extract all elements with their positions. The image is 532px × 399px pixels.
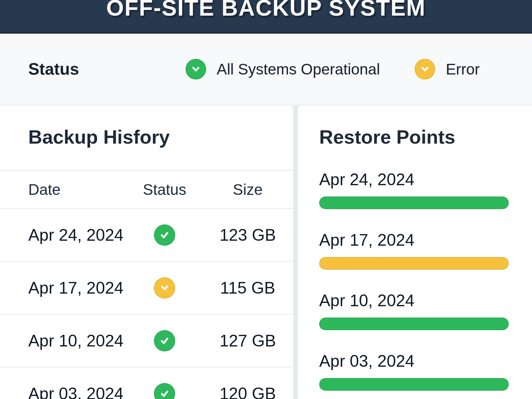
backup-status-cell [138,277,191,299]
restore-point-item[interactable]: Apr 17, 2024 [319,230,532,270]
table-row: Apr 10, 2024127 GB [0,314,293,367]
column-header-size: Size [191,181,304,199]
restore-point-item[interactable]: Apr 03, 2024 [319,351,532,391]
backup-history-title: Backup Hisfory [28,125,293,149]
backup-history-panel: Backup Hisfory Date Status Size Apr 24, … [0,105,293,399]
backup-size: 127 GB [191,331,304,350]
operational-status-text: All Systems Operational [217,60,380,78]
restore-points-panel: Restore Points Apr 24, 2024Apr 17, 2024A… [298,105,532,399]
restore-point-bar [319,197,509,209]
main-content: Backup Hisfory Date Status Size Apr 24, … [0,105,532,399]
backup-size: 115 GB [191,278,304,298]
restore-point-item[interactable]: Apr 24, 2024 [319,170,532,209]
restore-point-date: Apr 17, 2024 [319,230,532,250]
success-check-icon [154,224,175,246]
app-root: OFF-SITE BACKUP SYSTEM Status All System… [0,0,532,399]
table-row: Apr 24, 2024123 GB [0,208,293,261]
error-status-text: Error [446,60,480,78]
restore-point-date: Apr 10, 2024 [319,291,532,310]
restore-point-item[interactable]: Apr 10, 2024 [319,291,532,330]
warning-chevron-icon [154,277,175,299]
backup-date: Apr 10, 2024 [0,331,138,350]
app-title: OFF-SITE BACKUP SYSTEM [106,0,426,33]
restore-point-bar [319,257,509,270]
success-check-icon [154,383,175,399]
table-row: Apr 17, 2024115 GB [0,261,293,314]
status-item-operational: All Systems Operational [186,59,380,79]
column-header-date: Date [0,181,138,199]
restore-point-bar [319,318,509,330]
backup-status-cell [138,330,191,351]
success-check-icon [154,330,175,351]
backup-size: 120 GB [191,384,304,399]
backup-status-cell [138,383,191,399]
table-body: Apr 24, 2024123 GBApr 17, 2024115 GBApr … [0,208,293,399]
app-header: OFF-SITE BACKUP SYSTEM [0,0,532,34]
operational-status-icon [186,59,206,79]
error-status-icon [415,59,435,79]
backup-date: Apr 17, 2024 [0,278,138,298]
backup-size: 123 GB [191,225,304,245]
restore-point-date: Apr 24, 2024 [319,170,532,189]
table-row: Apr 03, 2024120 GB [0,367,293,399]
column-header-status: Status [138,181,191,199]
backup-status-cell [138,224,191,246]
restore-point-date: Apr 03, 2024 [319,351,532,371]
status-item-error: Error [415,59,480,79]
restore-points-title: Restore Points [319,125,532,149]
table-header-row: Date Status Size [0,170,293,208]
restore-points-list: Apr 24, 2024Apr 17, 2024Apr 10, 2024Apr … [319,170,532,391]
status-label: Status [28,60,79,79]
status-bar: Status All Systems Operational Error [0,34,532,105]
backup-date: Apr 03, 2024 [0,384,138,399]
restore-point-bar [319,378,509,391]
backup-date: Apr 24, 2024 [0,225,138,245]
